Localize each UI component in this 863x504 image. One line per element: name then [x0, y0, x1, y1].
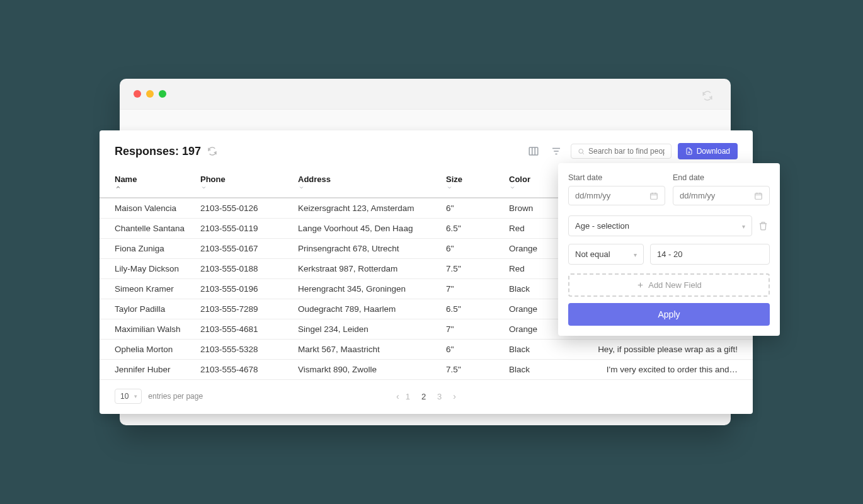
start-date-field[interactable]	[575, 191, 649, 200]
svg-rect-2	[651, 193, 658, 198]
calendar-icon	[649, 192, 658, 200]
filter-value-input[interactable]	[650, 244, 770, 265]
table-row[interactable]: Ophelia Morton2103-555-5328Markt 567, Ma…	[100, 340, 753, 360]
filter-end-input[interactable]	[673, 186, 770, 205]
cell-size: 7.5''	[446, 360, 509, 380]
cell-address: Oudegracht 789, Haarlem	[298, 299, 446, 319]
cell-address: Markt 567, Maastricht	[298, 340, 446, 360]
cell-size: 6''	[446, 198, 509, 219]
cell-phone: 2103-555-0167	[200, 239, 298, 259]
column-header[interactable]: Size	[446, 168, 509, 198]
cell-name: Chantelle Santana	[100, 219, 200, 239]
cell-phone: 2103-555-0119	[200, 219, 298, 239]
pagination: ‹ 123 ›	[396, 391, 456, 401]
filter-operator-value: Not equal	[575, 249, 610, 259]
cell-size: 6''	[446, 239, 509, 259]
chevron-down-icon: ▾	[134, 393, 137, 399]
title-prefix: Responses:	[115, 145, 179, 158]
calendar-icon	[754, 192, 763, 200]
close-window-icon[interactable]	[134, 90, 141, 98]
column-label: Name	[115, 175, 137, 184]
column-label: Color	[509, 175, 530, 184]
filter-apply-label: Apply	[658, 309, 680, 319]
table-footer: 10 ▾ entries per page ‹ 123 ›	[100, 380, 753, 404]
cell-phone: 2103-555-0188	[200, 259, 298, 279]
search-input[interactable]	[588, 147, 665, 156]
filter-delete-button[interactable]	[758, 221, 770, 231]
cell-color: Black	[509, 340, 578, 360]
sort-asc-icon	[115, 184, 195, 191]
page-number[interactable]: 2	[421, 392, 426, 401]
download-icon	[685, 147, 693, 155]
filter-field-select[interactable]: Age - selection ▾	[568, 215, 752, 236]
filter-start-input[interactable]	[568, 186, 665, 205]
column-header[interactable]: Address	[298, 168, 446, 198]
page-prev[interactable]: ‹	[396, 391, 399, 401]
column-header[interactable]: Phone	[200, 168, 298, 198]
minimize-window-icon[interactable]	[146, 90, 154, 98]
search-box[interactable]	[571, 144, 672, 159]
cell-name: Simeon Kramer	[100, 279, 200, 299]
cell-phone: 2103-555-7289	[200, 299, 298, 319]
filter-start-label: Start date	[568, 173, 665, 182]
cell-size: 6.5''	[446, 299, 509, 319]
page-number[interactable]: 3	[437, 392, 442, 401]
columns-icon[interactable]	[525, 143, 542, 159]
column-header[interactable]: Name	[100, 168, 200, 198]
cell-name: Jennifer Huber	[100, 360, 200, 380]
cell-address: Singel 234, Leiden	[298, 319, 446, 340]
cell-phone: 2103-555-4681	[200, 319, 298, 340]
table-row[interactable]: Jennifer Huber2103-555-4678Vismarkt 890,…	[100, 360, 753, 380]
cell-note: Hey, if possible please wrap as a gift!	[578, 340, 753, 360]
cell-address: Herengracht 345, Groningen	[298, 279, 446, 299]
filter-add-field-button[interactable]: Add New Field	[568, 273, 770, 297]
cell-name: Maison Valencia	[100, 198, 200, 219]
chevron-down-icon: ▾	[742, 222, 745, 229]
page-number[interactable]: 1	[406, 392, 410, 401]
cell-address: Kerkstraat 987, Rotterdam	[298, 259, 446, 279]
cell-name: Ophelia Morton	[100, 340, 200, 360]
per-page-value: 10	[120, 392, 129, 401]
page-title: Responses: 197	[115, 145, 201, 158]
cell-address: Prinsengracht 678, Utrecht	[298, 239, 446, 259]
cell-size: 7''	[446, 319, 509, 340]
window-toolbar	[120, 109, 731, 133]
header-actions: Download	[525, 143, 738, 159]
per-page-select[interactable]: 10 ▾	[115, 389, 142, 404]
download-button[interactable]: Download	[678, 143, 738, 159]
cell-phone: 2103-555-5328	[200, 340, 298, 360]
search-icon	[578, 147, 585, 156]
filter-icon[interactable]	[548, 143, 564, 159]
cell-address: Lange Voorhout 45, Den Haag	[298, 219, 446, 239]
cell-size: 7.5''	[446, 259, 509, 279]
per-page-label: entries per page	[148, 392, 203, 401]
sort-icon	[298, 184, 441, 191]
end-date-field[interactable]	[680, 191, 754, 200]
trash-icon	[758, 221, 768, 231]
cell-address: Keizersgracht 123, Amsterdam	[298, 198, 446, 219]
cell-address: Vismarkt 890, Zwolle	[298, 360, 446, 380]
filter-end-label: End date	[673, 173, 770, 182]
cell-name: Maximilian Walsh	[100, 319, 200, 340]
svg-rect-0	[529, 147, 538, 155]
page-next[interactable]: ›	[453, 391, 456, 401]
cell-phone: 2103-555-0126	[200, 198, 298, 219]
download-label: Download	[697, 147, 730, 156]
svg-point-1	[579, 149, 583, 153]
cell-phone: 2103-555-4678	[200, 360, 298, 380]
sync-icon	[702, 90, 713, 101]
cell-size: 6.5''	[446, 219, 509, 239]
filter-operator-select[interactable]: Not equal ▾	[568, 244, 644, 265]
refresh-icon[interactable]	[207, 146, 217, 156]
maximize-window-icon[interactable]	[159, 90, 166, 98]
sort-icon	[200, 184, 293, 191]
column-label: Size	[446, 175, 462, 184]
filter-apply-button[interactable]: Apply	[568, 303, 770, 326]
cell-size: 6''	[446, 340, 509, 360]
column-label: Phone	[200, 175, 226, 184]
column-label: Address	[298, 175, 331, 184]
traffic-lights	[120, 79, 731, 109]
chevron-down-icon: ▾	[634, 251, 637, 258]
filter-field-value: Age - selection	[575, 221, 629, 231]
plus-icon	[636, 281, 644, 289]
